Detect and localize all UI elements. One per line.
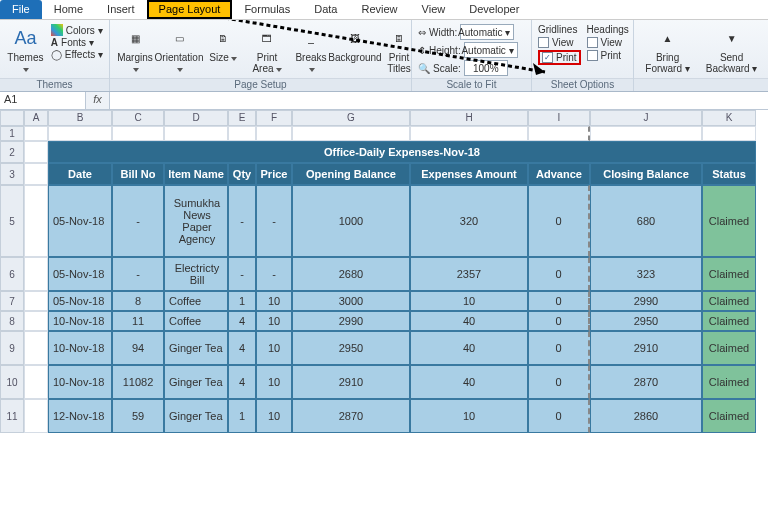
tab-file[interactable]: File <box>0 0 42 19</box>
cell-bill[interactable]: 11 <box>112 311 164 331</box>
cell-open[interactable]: 2950 <box>292 331 410 365</box>
cell-qty[interactable]: 1 <box>228 291 256 311</box>
cell-close[interactable]: 2860 <box>590 399 702 433</box>
cell-exp[interactable]: 40 <box>410 365 528 399</box>
cell-item[interactable]: Coffee <box>164 311 228 331</box>
width-row[interactable]: ⇔Width: Automatic ▾ <box>418 24 518 40</box>
print-area-button[interactable]: 🗔Print Area <box>248 24 286 74</box>
tab-page-layout[interactable]: Page Layout <box>147 0 233 19</box>
bring-forward-button[interactable]: ▲Bring Forward ▾ <box>640 24 695 74</box>
cell-item[interactable]: Sumukha News Paper Agency <box>164 185 228 257</box>
tab-home[interactable]: Home <box>42 0 95 19</box>
row-9[interactable]: 9 <box>0 331 24 365</box>
cell-price[interactable]: - <box>256 257 292 291</box>
fonts-menu[interactable]: AFonts ▾ <box>51 37 103 48</box>
cell-item[interactable]: Ginger Tea <box>164 399 228 433</box>
fx-icon[interactable]: fx <box>86 92 110 109</box>
cell-adv[interactable]: 0 <box>528 257 590 291</box>
cell-status[interactable]: Claimed <box>702 331 756 365</box>
headings-view-check[interactable]: View <box>587 37 629 48</box>
cell-status[interactable]: Claimed <box>702 365 756 399</box>
tab-view[interactable]: View <box>410 0 458 19</box>
row-11[interactable]: 11 <box>0 399 24 433</box>
colors-menu[interactable]: Colors ▾ <box>51 24 103 36</box>
cell-adv[interactable]: 0 <box>528 365 590 399</box>
col-A[interactable]: A <box>24 110 48 126</box>
col-I[interactable]: I <box>528 110 590 126</box>
tab-developer[interactable]: Developer <box>457 0 531 19</box>
cell-qty[interactable]: 4 <box>228 365 256 399</box>
cell-qty[interactable]: - <box>228 257 256 291</box>
cell-price[interactable]: 10 <box>256 311 292 331</box>
gridlines-view-check[interactable]: View <box>538 37 581 48</box>
col-C[interactable]: C <box>112 110 164 126</box>
cell-exp[interactable]: 320 <box>410 185 528 257</box>
cell-adv[interactable]: 0 <box>528 291 590 311</box>
cell-date[interactable]: 10-Nov-18 <box>48 365 112 399</box>
send-backward-button[interactable]: ▼Send Backward ▾ <box>701 24 762 74</box>
cell-close[interactable]: 2990 <box>590 291 702 311</box>
row-6[interactable]: 6 <box>0 257 24 291</box>
cell-close[interactable]: 2950 <box>590 311 702 331</box>
tab-formulas[interactable]: Formulas <box>232 0 302 19</box>
worksheet-grid[interactable]: A B C D E F G H I J K 1 2 Office-Daily E… <box>0 110 768 433</box>
cell-exp[interactable]: 10 <box>410 291 528 311</box>
cell-bill[interactable]: 8 <box>112 291 164 311</box>
cell-open[interactable]: 2680 <box>292 257 410 291</box>
row-10[interactable]: 10 <box>0 365 24 399</box>
tab-review[interactable]: Review <box>349 0 409 19</box>
cell-date[interactable]: 05-Nov-18 <box>48 291 112 311</box>
cell-date[interactable]: 05-Nov-18 <box>48 257 112 291</box>
cell-close[interactable]: 680 <box>590 185 702 257</box>
cell-open[interactable]: 2990 <box>292 311 410 331</box>
cell-bill[interactable]: 94 <box>112 331 164 365</box>
cell-item[interactable]: Ginger Tea <box>164 331 228 365</box>
themes-button[interactable]: Aa Themes <box>6 24 45 74</box>
cell-status[interactable]: Claimed <box>702 311 756 331</box>
name-box[interactable]: A1 <box>0 92 86 109</box>
cell-qty[interactable]: 4 <box>228 311 256 331</box>
row-8[interactable]: 8 <box>0 311 24 331</box>
cell-price[interactable]: 10 <box>256 331 292 365</box>
tab-insert[interactable]: Insert <box>95 0 147 19</box>
effects-menu[interactable]: ◯Effects ▾ <box>51 49 103 60</box>
col-K[interactable]: K <box>702 110 756 126</box>
orientation-button[interactable]: ▭Orientation <box>160 24 198 74</box>
cell-bill[interactable]: 59 <box>112 399 164 433</box>
col-F[interactable]: F <box>256 110 292 126</box>
row-2[interactable]: 2 <box>0 141 24 163</box>
cell-exp[interactable]: 10 <box>410 399 528 433</box>
cell-exp[interactable]: 2357 <box>410 257 528 291</box>
cell-close[interactable]: 323 <box>590 257 702 291</box>
col-J[interactable]: J <box>590 110 702 126</box>
cell-open[interactable]: 2870 <box>292 399 410 433</box>
cell-bill[interactable]: - <box>112 257 164 291</box>
cell-adv[interactable]: 0 <box>528 311 590 331</box>
row-5[interactable]: 5 <box>0 185 24 257</box>
cell-price[interactable]: 10 <box>256 291 292 311</box>
cell-price[interactable]: - <box>256 185 292 257</box>
cell-date[interactable]: 12-Nov-18 <box>48 399 112 433</box>
height-row[interactable]: ⇕Height: Automatic ▾ <box>418 42 518 58</box>
size-button[interactable]: 🗎Size <box>204 24 242 64</box>
col-B[interactable]: B <box>48 110 112 126</box>
headings-print-check[interactable]: Print <box>587 50 629 61</box>
row-1[interactable]: 1 <box>0 126 24 141</box>
margins-button[interactable]: ▦Margins <box>116 24 154 74</box>
cell-qty[interactable]: 1 <box>228 399 256 433</box>
cell-date[interactable]: 05-Nov-18 <box>48 185 112 257</box>
cell-close[interactable]: 2870 <box>590 365 702 399</box>
cell-open[interactable]: 2910 <box>292 365 410 399</box>
col-D[interactable]: D <box>164 110 228 126</box>
cell-open[interactable]: 1000 <box>292 185 410 257</box>
cell-item[interactable]: Coffee <box>164 291 228 311</box>
cell-date[interactable]: 10-Nov-18 <box>48 311 112 331</box>
col-E[interactable]: E <box>228 110 256 126</box>
row-3[interactable]: 3 <box>0 163 24 185</box>
cell-exp[interactable]: 40 <box>410 311 528 331</box>
gridlines-print-check[interactable]: Print <box>538 50 581 65</box>
cell-price[interactable]: 10 <box>256 399 292 433</box>
cell-adv[interactable]: 0 <box>528 399 590 433</box>
select-all-corner[interactable] <box>0 110 24 126</box>
cell-status[interactable]: Claimed <box>702 399 756 433</box>
